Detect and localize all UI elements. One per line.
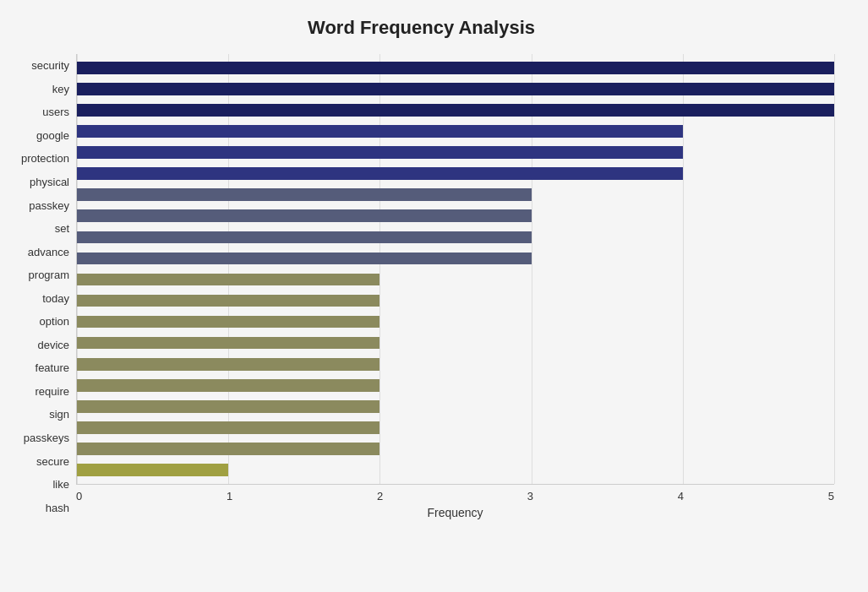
x-axis-label: Frequency [76,506,834,519]
y-label: require [8,386,69,397]
y-label: protection [8,153,69,164]
bar-row [77,79,834,100]
bar [77,421,379,434]
grid-line [834,54,835,484]
y-label: passkeys [8,432,69,443]
bar [77,231,532,244]
bar [77,188,532,201]
y-label: like [8,479,69,490]
bar-row [77,205,834,226]
bar-row [77,226,834,247]
x-tick: 2 [377,490,383,502]
y-label: option [8,316,69,327]
bar-row [77,312,834,333]
bar-row [77,163,834,184]
bar-row [77,121,834,142]
y-label: security [8,60,69,71]
bar [77,62,834,74]
y-label: advance [8,247,69,258]
bar [77,146,683,159]
bar [77,104,834,117]
y-label: program [8,269,69,280]
y-label: google [8,130,69,141]
bars-and-x: 012345 Frequency [76,54,834,519]
y-label: feature [8,362,69,373]
y-label: physical [8,177,69,187]
bar-row [77,396,834,417]
bar-row [77,459,834,481]
bar-row [77,333,834,354]
bar-row [77,269,834,290]
bar [77,316,379,329]
x-tick: 5 [828,490,834,502]
bar [77,274,379,286]
x-tick: 3 [527,490,533,502]
bar [77,253,532,265]
bar [77,125,683,138]
bar [77,83,834,95]
bar-row [77,142,834,163]
bar-row [77,247,834,269]
x-tick: 0 [76,490,82,502]
x-tick: 1 [227,490,232,502]
chart-area: securitykeyusersgoogleprotectionphysical… [8,54,834,519]
y-label: today [8,293,69,304]
bar-row [77,57,834,79]
y-label: secure [8,456,69,467]
chart-title: Word Frequency Analysis [8,17,834,39]
x-axis: 012345 [76,485,834,502]
bars-inner [77,54,834,484]
bar [77,464,228,476]
bar-row [77,354,834,375]
bar-row [77,291,834,312]
y-label: hash [8,502,69,513]
y-label: key [8,84,69,95]
bar [77,379,379,392]
y-label: set [8,223,69,234]
bar [77,295,379,307]
y-label: sign [8,409,69,420]
chart-container: Word Frequency Analysis securitykeyusers… [0,0,868,592]
y-label: users [8,106,69,117]
bar-row [77,417,834,438]
bar-row [77,100,834,121]
bars-wrapper [76,54,834,485]
y-axis-labels: securitykeyusersgoogleprotectionphysical… [8,54,76,519]
bar-row [77,375,834,396]
x-tick: 4 [678,490,684,502]
y-label: device [8,339,69,350]
y-label: passkey [8,200,69,211]
bar-row [77,438,834,459]
bar [77,400,379,413]
bar [77,167,683,180]
bar [77,209,532,222]
bar [77,358,379,371]
bar [77,337,379,350]
bar [77,443,379,455]
bar-row [77,184,834,205]
